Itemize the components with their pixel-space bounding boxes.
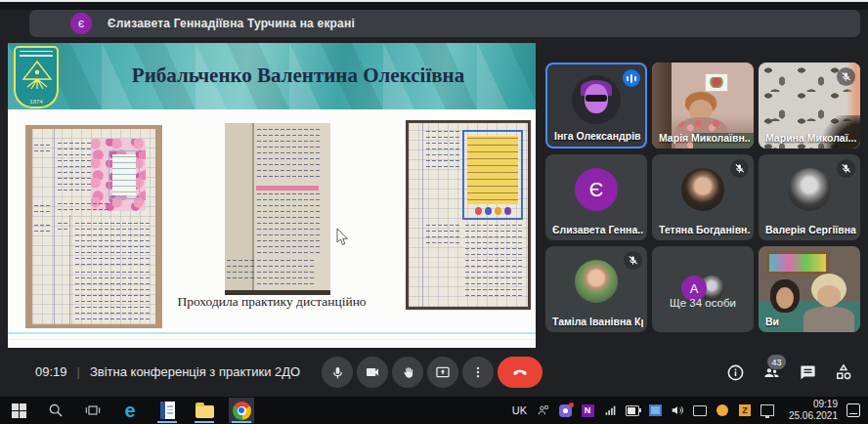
self-view-tile[interactable]: Ви — [759, 246, 860, 332]
mic-off-icon — [624, 251, 642, 270]
taskbar-search-button[interactable] — [43, 398, 68, 423]
more-options-button[interactable] — [462, 357, 494, 388]
slide-title: Рибальченко Валентина Олексіївна — [70, 64, 526, 88]
windows-taskbar: e UK N Z 09:19 25.06.2021 — [0, 397, 868, 424]
mic-button[interactable] — [322, 357, 353, 388]
activities-button[interactable] — [833, 361, 854, 383]
decoration-card — [108, 150, 140, 199]
handwriting-block — [426, 225, 461, 246]
screen-share-text: Єлизавета Геннадіївна Турчина на екрані — [108, 17, 355, 30]
display-tray-icon[interactable] — [648, 403, 662, 417]
participant-name: Тетяна Богданівн... — [659, 224, 750, 235]
zoom-app-tray-icon[interactable]: Z — [738, 403, 752, 417]
logo-year: 1874 — [16, 99, 57, 105]
java-tray-icon[interactable] — [716, 403, 729, 417]
wall-painting — [766, 251, 829, 275]
notification-icon — [846, 403, 860, 417]
clock-time: 09:19 — [783, 399, 838, 411]
handwriting-block — [257, 193, 320, 256]
participant-name: Таміла Іванівна Кр... — [552, 316, 643, 327]
notebook-page — [32, 129, 155, 324]
language-indicator[interactable]: UK — [512, 404, 527, 416]
monitor-tray-icon[interactable] — [760, 403, 774, 417]
slide-caption: Проходила практику дистанційно — [172, 294, 371, 310]
separator: | — [77, 364, 80, 379]
leave-call-button[interactable] — [498, 357, 542, 388]
folder-icon — [195, 405, 214, 418]
screen-share-banner: є Єлизавета Геннадіївна Турчина на екран… — [29, 10, 860, 37]
handwriting-block — [75, 223, 152, 268]
word-button[interactable] — [154, 398, 180, 423]
handwriting-block — [34, 225, 52, 233]
meeting-name: Звітна конференція з практики 2ДО — [90, 364, 300, 379]
edge-button[interactable]: e — [117, 398, 143, 423]
notebook-page — [409, 123, 528, 307]
handwriting-block — [465, 225, 522, 299]
slide-divider-line — [8, 332, 536, 334]
chat-button[interactable] — [797, 361, 818, 383]
task-view-icon — [85, 403, 101, 418]
notebook-photo-right — [406, 120, 531, 310]
action-center-button[interactable] — [846, 403, 860, 417]
onenote-tray-icon[interactable]: N — [581, 403, 594, 417]
participant-tile-tamila[interactable]: Таміла Іванівна Кр... — [545, 246, 647, 332]
handwriting-block — [34, 205, 52, 213]
top-strip — [0, 2, 868, 10]
camera-button[interactable] — [357, 357, 388, 388]
participant-name: Марина Миколаї... — [765, 132, 856, 144]
mic-off-icon — [730, 159, 749, 178]
participant-tile-valeria[interactable]: Валерія Сергіївна... — [759, 154, 860, 240]
slide-divider-line-2 — [8, 339, 536, 340]
handwriting-block — [34, 145, 52, 152]
people-tray-icon[interactable] — [536, 403, 549, 417]
pink-highlight — [256, 186, 319, 191]
participant-tile-inga[interactable]: Інга Олександрів... — [545, 63, 647, 148]
mic-off-icon — [837, 159, 855, 178]
chrome-button[interactable] — [229, 398, 254, 423]
edge-icon: e — [124, 401, 135, 420]
meeting-details-button[interactable] — [724, 361, 746, 383]
participant-name: Марія Миколаївн... — [659, 132, 750, 144]
mic-off-icon — [837, 67, 855, 86]
windows-logo-icon — [12, 403, 26, 418]
letter-avatar: Є — [575, 168, 618, 211]
cartoon-characters — [467, 207, 518, 216]
participant-tile-maria[interactable]: Марія Миколаївн... — [652, 63, 754, 148]
photo-avatar — [788, 168, 831, 211]
notebook-photo-left — [25, 125, 162, 328]
notebook-photo-middle — [225, 123, 330, 295]
meeting-info: 09:19 | Звітна конференція з практики 2Д… — [35, 364, 300, 379]
avatar-cartoon — [572, 75, 621, 124]
logo-top-text — [20, 51, 53, 60]
participant-tile-tetyana[interactable]: Тетяна Богданівн... — [652, 154, 754, 240]
document-icon — [160, 402, 175, 419]
volume-tray-icon[interactable] — [671, 403, 684, 417]
raise-hand-button[interactable] — [392, 357, 423, 388]
handwriting-block — [426, 131, 461, 170]
self-label: Ви — [765, 316, 856, 327]
network-tray-icon[interactable] — [603, 403, 617, 417]
present-screen-button[interactable] — [427, 357, 458, 388]
participant-name: Валерія Сергіївна... — [765, 224, 856, 235]
participant-name: Інга Олександрів... — [554, 130, 641, 142]
start-button[interactable] — [6, 398, 31, 423]
participant-tile-yelyzaveta[interactable]: Є Єлизавета Генна... — [545, 154, 647, 240]
keyboard-tray-icon[interactable] — [693, 403, 707, 417]
viber-tray-icon[interactable] — [558, 403, 572, 417]
participant-name: Єлизавета Генна... — [552, 224, 643, 235]
participants-button[interactable]: 43 — [760, 361, 782, 383]
battery-tray-icon[interactable] — [626, 403, 639, 417]
handwriting-block — [257, 260, 316, 287]
file-explorer-button[interactable] — [192, 398, 217, 423]
participant-tile-maryna[interactable]: Марина Миколаї... — [759, 63, 860, 148]
shared-screen-slide: 1874 Рибальченко Валентина Олексіївна — [8, 43, 536, 348]
overflow-participants-tile[interactable]: A Ще 34 особи — [652, 246, 754, 332]
photo-avatar — [575, 260, 618, 303]
handwriting-block — [227, 260, 254, 281]
system-tray: UK N Z 09:19 25.06.2021 — [512, 399, 868, 423]
audio-indicator-icon — [623, 69, 640, 87]
chrome-icon — [233, 402, 251, 420]
participant-count-badge: 43 — [767, 355, 786, 369]
taskbar-clock[interactable]: 09:19 25.06.2021 — [783, 399, 838, 423]
task-view-button[interactable] — [80, 398, 106, 423]
